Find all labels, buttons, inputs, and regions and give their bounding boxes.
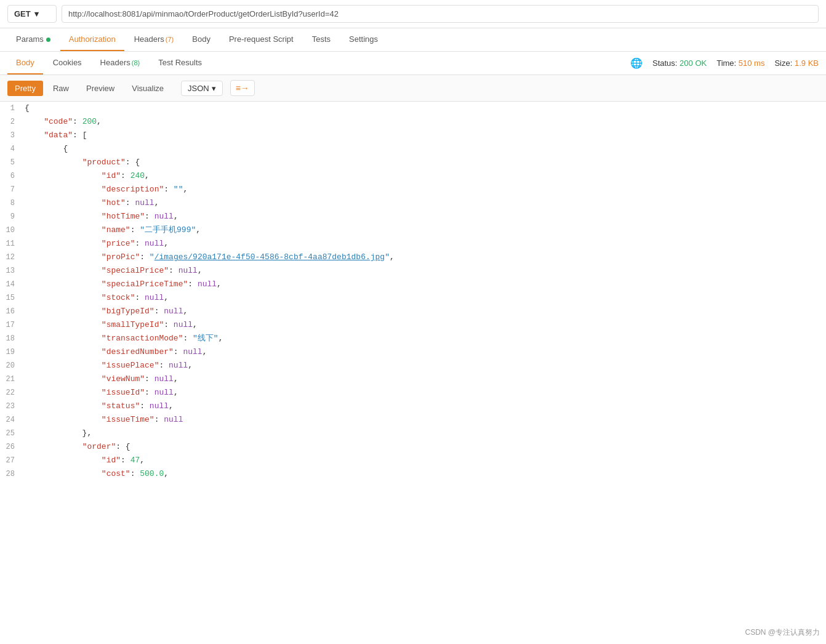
tab-prerequest-label: Pre-request Script [229,34,294,44]
view-tab-pretty[interactable]: Pretty [7,81,43,96]
method-chevron-icon: ▾ [34,9,39,18]
response-tabs: Body Cookies Headers(8) Test Results 🌐 S… [0,52,826,75]
line-content-18: "transactionMode": "线下", [25,332,826,345]
line-content-2: "code": 200, [25,115,826,129]
line-content-22: "issueId": null, [25,386,826,400]
line-num-27: 27 [0,454,25,467]
line-num-16: 16 [0,305,25,318]
tab-authorization[interactable]: Authorization [60,28,124,51]
line-num-17: 17 [0,318,25,332]
format-select[interactable]: JSON ▾ [181,81,223,96]
status-time: 510 ms [739,58,765,68]
json-line-4: 4 { [0,142,826,156]
json-line-16: 16 "bigTypeId": null, [0,305,826,318]
wrap-icon[interactable]: ≡→ [230,80,255,96]
json-line-19: 19 "desiredNumber": null, [0,345,826,359]
tab-body[interactable]: Body [183,28,219,51]
line-num-19: 19 [0,345,25,359]
tab-body-label: Body [192,34,211,44]
view-tab-raw[interactable]: Raw [46,81,76,96]
tab-params-label: Params [16,34,44,44]
json-line-20: 20 "issuePlace": null, [0,359,826,372]
json-line-3: 3 "data": [ [0,129,826,142]
json-line-26: 26 "order": { [0,440,826,454]
line-content-12: "proPic": "/images/920a171e-4f50-4586-8c… [25,251,826,264]
status-text: Status: 200 OK [652,58,707,68]
line-content-26: "order": { [25,440,826,454]
line-num-23: 23 [0,400,25,413]
format-label: JSON [188,84,209,93]
resp-headers-label: Headers [100,58,130,67]
tab-headers[interactable]: Headers(7) [126,28,183,51]
resp-testresults-label: Test Results [158,58,202,67]
line-num-24: 24 [0,413,25,427]
line-content-5: "product": { [25,156,826,169]
line-content-6: "id": 240, [25,169,826,183]
line-num-18: 18 [0,332,25,345]
line-num-26: 26 [0,440,25,454]
json-line-28: 28 "cost": 500.0, [0,467,826,481]
line-num-4: 4 [0,142,25,156]
line-num-28: 28 [0,467,25,481]
tab-settings[interactable]: Settings [340,28,387,51]
line-content-13: "specialPrice": null, [25,264,826,278]
line-content-1: { [25,102,826,115]
json-line-5: 5 "product": { [0,156,826,169]
size-text: Size: 1.9 KB [774,58,819,68]
tab-authorization-label: Authorization [69,34,116,44]
view-tab-visualize[interactable]: Visualize [124,81,171,96]
visualize-label: Visualize [132,84,164,93]
line-num-8: 8 [0,196,25,210]
tab-tests-label: Tests [312,34,331,44]
json-line-17: 17 "smallTypeId": null, [0,318,826,332]
line-content-7: "description": "", [25,183,826,196]
params-dot [46,38,50,42]
line-num-22: 22 [0,386,25,400]
json-line-7: 7 "description": "", [0,183,826,196]
method-select[interactable]: GET ▾ [7,5,57,23]
url-input[interactable] [62,5,819,23]
view-tab-preview[interactable]: Preview [79,81,122,96]
preview-label: Preview [86,84,114,93]
tab-tests[interactable]: Tests [303,28,339,51]
raw-label: Raw [53,84,69,93]
tab-params[interactable]: Params [7,28,59,51]
resp-tab-testresults[interactable]: Test Results [150,52,211,74]
line-num-13: 13 [0,264,25,278]
time-text: Time: 510 ms [716,58,764,68]
line-num-21: 21 [0,372,25,386]
line-num-9: 9 [0,210,25,223]
line-content-17: "smallTypeId": null, [25,318,826,332]
line-content-24: "issueTime": null [25,413,826,427]
json-line-6: 6 "id": 240, [0,169,826,183]
line-num-14: 14 [0,278,25,291]
json-line-15: 15 "stock": null, [0,291,826,305]
json-line-14: 14 "specialPriceTime": null, [0,278,826,291]
json-line-21: 21 "viewNum": null, [0,372,826,386]
resp-tab-headers[interactable]: Headers(8) [92,52,149,74]
format-chevron-icon: ▾ [212,84,216,93]
json-line-13: 13 "specialPrice": null, [0,264,826,278]
resp-body-label: Body [16,58,34,67]
wrap-lines-icon: ≡→ [236,83,249,93]
status-size: 1.9 KB [795,58,819,68]
proptic-link[interactable]: /images/920a171e-4f50-4586-8cbf-4aa87deb… [154,252,385,262]
resp-cookies-label: Cookies [53,58,82,67]
json-line-2: 2 "code": 200, [0,115,826,129]
tab-prerequest[interactable]: Pre-request Script [220,28,302,51]
json-line-25: 25 }, [0,427,826,440]
tab-settings-label: Settings [349,34,378,44]
line-num-15: 15 [0,291,25,305]
json-line-12: 12 "proPic": "/images/920a171e-4f50-4586… [0,251,826,264]
line-content-9: "hotTime": null, [25,210,826,223]
line-content-27: "id": 47, [25,454,826,467]
line-num-6: 6 [0,169,25,183]
line-num-2: 2 [0,115,25,129]
json-line-1: 1 { [0,102,826,115]
json-line-27: 27 "id": 47, [0,454,826,467]
resp-tab-body[interactable]: Body [7,52,43,74]
line-num-10: 10 [0,223,25,237]
resp-tab-cookies[interactable]: Cookies [44,52,90,74]
tab-headers-label: Headers [134,34,164,44]
globe-icon: 🌐 [630,57,643,69]
